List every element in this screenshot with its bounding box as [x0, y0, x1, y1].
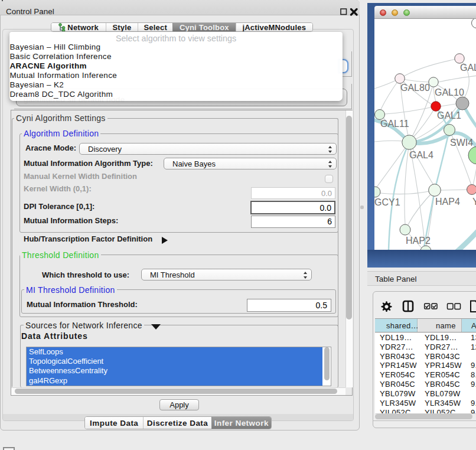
svg-text:GAL10: GAL10 [435, 87, 464, 97]
svg-text:GAL: GAL [460, 63, 476, 73]
svg-text:SWI4: SWI4 [450, 138, 473, 148]
svg-text:Y: Y [472, 197, 476, 207]
svg-text:GAL80: GAL80 [400, 83, 430, 93]
svg-text:HAP2: HAP2 [406, 236, 431, 246]
svg-text:GAL11: GAL11 [380, 119, 409, 129]
svg-text:GAL4: GAL4 [409, 150, 433, 160]
svg-text:GAL1: GAL1 [437, 110, 461, 120]
svg-text:GCY1: GCY1 [374, 197, 400, 207]
svg-text:HAP4: HAP4 [435, 197, 460, 207]
